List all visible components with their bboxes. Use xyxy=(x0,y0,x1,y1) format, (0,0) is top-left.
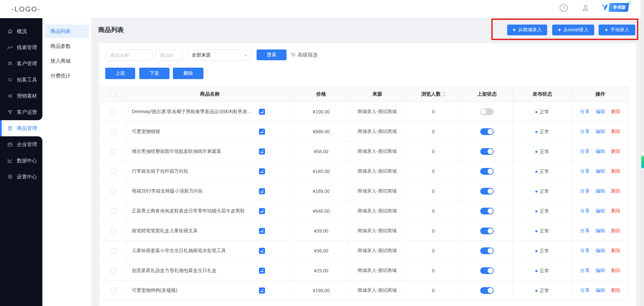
listing-toggle[interactable] xyxy=(480,168,494,175)
sidebar-item-products[interactable]: 商品管理 xyxy=(0,120,42,136)
listing-toggle[interactable] xyxy=(480,128,494,135)
delete-link[interactable]: 删除 xyxy=(611,228,620,233)
sidebar-item-overview[interactable]: 概况 xyxy=(0,23,42,39)
product-image-icon[interactable] xyxy=(259,109,265,115)
subnav-payment-stats[interactable]: 付费统计 xyxy=(45,69,89,82)
product-image-icon[interactable] xyxy=(259,129,265,135)
product-id-input[interactable] xyxy=(156,49,183,61)
share-link[interactable]: 分享 xyxy=(580,248,590,253)
col-views[interactable]: 浏览人数 xyxy=(406,87,461,102)
delete-link[interactable]: 删除 xyxy=(611,268,620,273)
product-image-icon[interactable] xyxy=(259,208,265,214)
sidebar-item-settings[interactable]: 设置中心 xyxy=(0,169,42,185)
subnav-product-list[interactable]: 商品列表 xyxy=(45,25,89,38)
share-link[interactable]: 分享 xyxy=(580,148,590,154)
scrollbar-track[interactable] xyxy=(641,0,644,306)
listing-toggle[interactable] xyxy=(480,108,494,115)
delete-link[interactable]: 删除 xyxy=(611,287,620,293)
source-select[interactable]: 全部来源 xyxy=(187,49,252,61)
select-all-checkbox[interactable] xyxy=(111,92,116,97)
row-checkbox[interactable] xyxy=(111,288,116,293)
put-on-shelf-button[interactable]: 上架 xyxy=(105,68,135,79)
delete-link[interactable]: 删除 xyxy=(611,188,620,194)
help-icon[interactable]: ? xyxy=(559,3,568,12)
sidebar-item-data-center[interactable]: 数据中心 xyxy=(0,152,42,169)
product-image-icon[interactable] xyxy=(259,287,265,294)
edit-link[interactable]: 编辑 xyxy=(596,129,605,134)
row-checkbox[interactable] xyxy=(111,149,116,154)
share-link[interactable]: 分享 xyxy=(580,268,590,273)
share-link[interactable]: 分享 xyxy=(580,228,590,233)
edit-link[interactable]: 编辑 xyxy=(596,148,605,154)
row-checkbox[interactable] xyxy=(111,228,116,234)
row-checkbox[interactable] xyxy=(111,268,116,273)
search-button[interactable]: 搜索 xyxy=(257,49,287,60)
delete-button[interactable]: 删除 xyxy=(173,68,203,79)
sort-icon[interactable] xyxy=(443,92,446,97)
advanced-filter-link[interactable]: 高级筛选 xyxy=(290,52,318,58)
edit-link[interactable]: 编辑 xyxy=(596,168,605,174)
product-image-icon[interactable] xyxy=(259,268,265,274)
manual-entry-button[interactable]: +手动录入 xyxy=(599,25,635,35)
product-image-icon[interactable] xyxy=(259,168,265,174)
delete-link[interactable]: 删除 xyxy=(611,148,620,154)
product-image-icon[interactable] xyxy=(259,148,265,155)
edit-link[interactable]: 编辑 xyxy=(596,109,605,114)
row-checkbox[interactable] xyxy=(111,169,116,174)
listing-toggle[interactable] xyxy=(480,148,494,155)
sidebar-item-marketing[interactable]: 营销素材 xyxy=(0,88,42,104)
table-row: 母箱20行李箱女韩版小清新万向轮 ¥189.00 商城录入-测试商城 0 正常 … xyxy=(100,181,629,201)
import-from-excel-button[interactable]: +从excel录入 xyxy=(552,25,594,35)
user-icon[interactable] xyxy=(581,3,590,12)
sidebar-item-prospecting[interactable]: 拓客工具 xyxy=(0,72,42,88)
row-checkbox[interactable] xyxy=(111,208,116,214)
product-image-icon[interactable] xyxy=(259,188,265,194)
take-off-shelf-button[interactable]: 下架 xyxy=(139,68,169,79)
delete-link[interactable]: 删除 xyxy=(611,129,620,134)
listing-toggle[interactable] xyxy=(480,247,494,254)
sidebar-item-enterprise[interactable]: 企业管理 xyxy=(0,136,42,152)
product-views: 0 xyxy=(406,102,461,122)
product-name-input[interactable] xyxy=(106,49,152,61)
row-checkbox[interactable] xyxy=(111,109,116,114)
row-checkbox[interactable] xyxy=(111,248,116,253)
product-image-icon[interactable] xyxy=(259,248,265,254)
share-link[interactable]: 分享 xyxy=(580,208,590,213)
product-name: 正装男士商务休闲皮鞋真皮日常青年结婚头层牛皮男鞋 xyxy=(132,208,256,214)
subnav-mall-access[interactable]: 接入商城 xyxy=(45,54,89,68)
subnav-product-params[interactable]: 商品参数 xyxy=(45,39,89,53)
share-link[interactable]: 分享 xyxy=(580,168,590,174)
share-link[interactable]: 分享 xyxy=(580,287,590,293)
edit-link[interactable]: 编辑 xyxy=(596,228,605,233)
import-from-mall-button[interactable]: +从商城录入 xyxy=(507,25,547,35)
source-select-value: 全部来源 xyxy=(192,52,211,58)
sidebar-item-customers[interactable]: 客户管理 xyxy=(0,56,42,72)
listing-toggle[interactable] xyxy=(480,208,494,214)
listing-toggle[interactable] xyxy=(480,287,494,294)
row-checkbox[interactable] xyxy=(111,129,116,134)
share-link[interactable]: 分享 xyxy=(580,188,590,194)
edition-badge[interactable]: 专用版 xyxy=(601,3,629,12)
delete-link[interactable]: 删除 xyxy=(611,109,620,114)
sidebar-item-leads[interactable]: 线索管理 xyxy=(0,39,42,56)
edit-link[interactable]: 编辑 xyxy=(596,268,605,273)
listing-toggle[interactable] xyxy=(480,267,494,274)
product-image-icon[interactable] xyxy=(259,228,265,234)
row-checkbox[interactable] xyxy=(111,189,116,194)
edit-link[interactable]: 编辑 xyxy=(596,248,605,253)
delete-link[interactable]: 删除 xyxy=(611,168,620,174)
share-link[interactable]: 分享 xyxy=(580,129,590,134)
listing-toggle[interactable] xyxy=(480,228,494,234)
delete-link[interactable]: 删除 xyxy=(611,248,620,253)
product-price: ¥25.00 xyxy=(294,261,349,281)
edit-link[interactable]: 编辑 xyxy=(596,208,605,213)
edit-link[interactable]: 编辑 xyxy=(596,188,605,194)
product-price: ¥185.00 xyxy=(294,162,349,181)
scrollbar-thumb[interactable] xyxy=(641,152,644,168)
sidebar-item-operation[interactable]: 客户运营 xyxy=(0,104,42,120)
edit-link[interactable]: 编辑 xyxy=(596,287,605,293)
product-views: 0 xyxy=(406,221,461,241)
listing-toggle[interactable] xyxy=(480,188,494,195)
share-link[interactable]: 分享 xyxy=(580,109,590,114)
delete-link[interactable]: 删除 xyxy=(611,208,620,213)
